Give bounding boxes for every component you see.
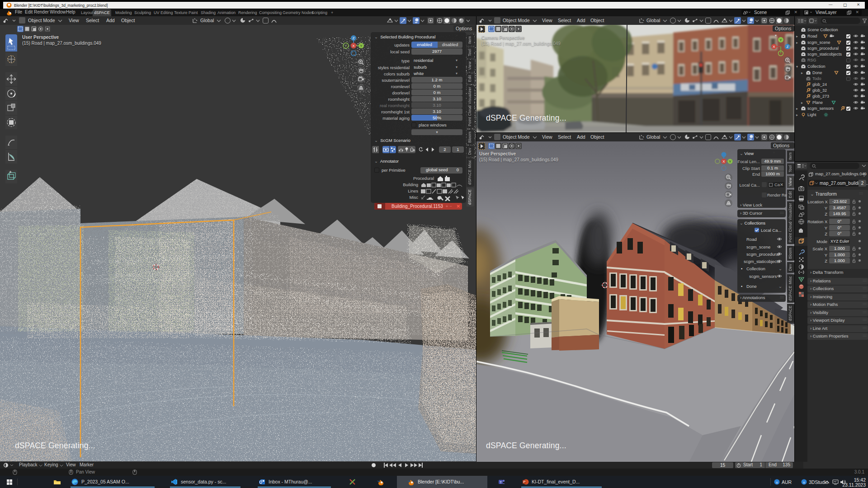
- svg-text:Z: Z: [787, 45, 789, 49]
- svg-text:u: u: [803, 481, 805, 484]
- svg-text:X: X: [722, 160, 725, 164]
- svg-text:Z: Z: [353, 36, 355, 40]
- svg-text:4: 4: [70, 471, 72, 474]
- svg-text:Y: Y: [344, 44, 347, 48]
- svg-text:Y: Y: [360, 44, 363, 48]
- svg-text:Y: Y: [729, 160, 731, 164]
- svg-text:X: X: [773, 45, 775, 49]
- svg-text:T: T: [500, 480, 502, 484]
- svg-text:P: P: [523, 480, 525, 484]
- svg-text:Y: Y: [779, 38, 782, 42]
- svg-text:X: X: [352, 44, 355, 48]
- svg-text:u: u: [776, 481, 778, 484]
